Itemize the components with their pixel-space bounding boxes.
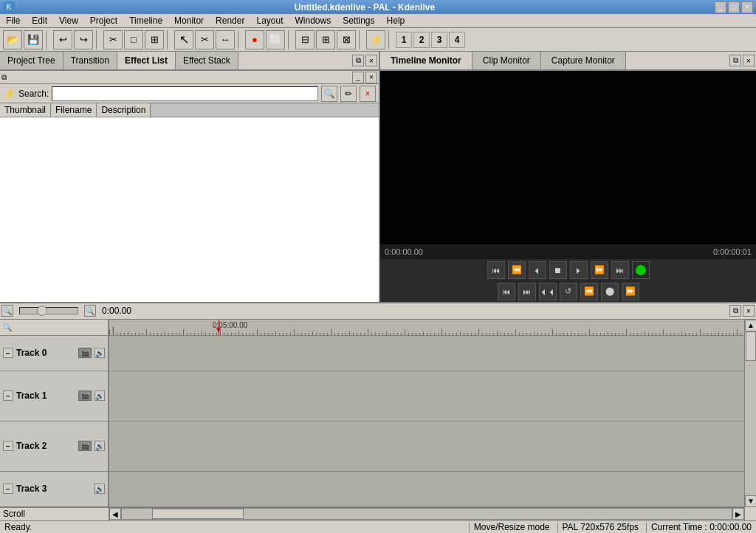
panel-close-button[interactable]: ×: [365, 55, 377, 66]
monitor-float-button[interactable]: ⧉: [729, 55, 741, 66]
effect-search-bar: ⚡ Search: 🔍 ✏ ×: [0, 84, 379, 103]
track-lane-0[interactable]: [109, 336, 744, 371]
layout-num-2[interactable]: 2: [413, 32, 430, 48]
search-input[interactable]: [52, 86, 318, 101]
scroll-up-button[interactable]: ▲: [745, 320, 756, 331]
step-back-button[interactable]: ⏴: [529, 261, 546, 279]
track-1-minus-button[interactable]: −: [3, 391, 13, 401]
tab-project-tree[interactable]: Project Tree: [0, 52, 63, 69]
tab-transition[interactable]: Transition: [63, 52, 117, 69]
track-lane-3[interactable]: [109, 472, 744, 507]
stop-button[interactable]: ⬜: [266, 30, 285, 49]
col-description[interactable]: Description: [97, 103, 151, 117]
menu-project[interactable]: Project: [84, 14, 123, 27]
track-lane-1[interactable]: [109, 371, 744, 422]
next-key-button[interactable]: ⏩: [622, 283, 639, 300]
menu-layout[interactable]: Layout: [250, 14, 289, 27]
tab-clip-monitor[interactable]: Clip Monitor: [472, 52, 541, 69]
scroll-right-button[interactable]: ▶: [732, 508, 744, 520]
vertical-scroll-thumb[interactable]: [746, 331, 756, 361]
horizontal-scroll-thumb[interactable]: [152, 509, 244, 519]
col-thumbnail[interactable]: Thumbnail: [0, 103, 51, 117]
panel-float-button[interactable]: ⧉: [352, 55, 364, 66]
prev-frame-button[interactable]: ⏴⏴: [539, 283, 557, 300]
menu-file[interactable]: File: [0, 14, 26, 27]
scroll-down-button[interactable]: ▼: [745, 495, 756, 507]
track-2-minus-button[interactable]: −: [3, 441, 13, 451]
layout-2[interactable]: ⊞: [316, 30, 335, 49]
prev-key-button[interactable]: ⏪: [580, 283, 598, 300]
tab-timeline-monitor[interactable]: Timeline Monitor: [380, 52, 472, 69]
menu-windows[interactable]: Windows: [289, 14, 337, 27]
menu-help[interactable]: Help: [381, 14, 411, 27]
track-0-minus-button[interactable]: −: [3, 348, 13, 358]
track-lane-2[interactable]: [109, 422, 744, 472]
vertical-scroll-track[interactable]: [745, 331, 756, 495]
horizontal-scroll-track[interactable]: [121, 508, 732, 520]
scroll-left-button[interactable]: ◀: [109, 508, 121, 520]
edit-button[interactable]: ✏: [340, 86, 357, 102]
subpanel-minimize-button[interactable]: _: [352, 72, 364, 83]
undo-button[interactable]: ↩: [53, 30, 72, 49]
layout-num-3[interactable]: 3: [431, 32, 447, 48]
menu-edit[interactable]: Edit: [26, 14, 53, 27]
timeline-ruler[interactable]: | 0:05:00.00 ▼: [109, 320, 744, 336]
layout-1[interactable]: ⊟: [295, 30, 315, 49]
go-to-start-button[interactable]: ⏮: [487, 261, 505, 279]
rewind-button[interactable]: ⏪: [508, 261, 526, 279]
go-to-in-button[interactable]: ⏮: [498, 283, 515, 300]
menu-render[interactable]: Render: [210, 14, 250, 27]
menu-view[interactable]: View: [53, 14, 84, 27]
col-filename[interactable]: Filename: [51, 103, 97, 117]
menu-monitor[interactable]: Monitor: [168, 14, 210, 27]
spacer-tool[interactable]: ↔: [216, 30, 235, 49]
search-button[interactable]: 🔍: [321, 86, 337, 102]
layout-num-1[interactable]: 1: [396, 32, 412, 48]
clear-button[interactable]: ×: [360, 86, 376, 102]
paste-button[interactable]: ⊞: [145, 30, 164, 49]
toolbar-separator-7: [388, 30, 393, 49]
loop-button[interactable]: ↺: [560, 283, 577, 300]
tab-capture-monitor[interactable]: Capture Monitor: [541, 52, 626, 69]
redo-button[interactable]: ↪: [74, 30, 93, 49]
maximize-button[interactable]: □: [728, 1, 740, 13]
timeline-float-button[interactable]: ⧉: [729, 305, 741, 317]
close-button[interactable]: ×: [741, 1, 753, 13]
fast-forward-button[interactable]: ⏩: [591, 261, 608, 279]
track-3-mute-button[interactable]: 🔊: [94, 484, 105, 494]
open-button[interactable]: 📂: [3, 30, 22, 49]
timeline-header-left: 🔍 🔍 0:00.00: [1, 305, 131, 317]
record-button[interactable]: ●: [245, 30, 264, 49]
timeline-section: 🔍 🔍 0:00.00 ⧉ × 🔍: [0, 302, 756, 520]
play-button[interactable]: ⏵: [570, 261, 588, 279]
timeline-close-button[interactable]: ×: [743, 305, 755, 317]
go-to-end-button[interactable]: ⏭: [611, 261, 629, 279]
track-1-mute-button[interactable]: 🔊: [94, 391, 105, 401]
razor-tool[interactable]: ✂: [195, 30, 214, 49]
layout-num-4[interactable]: 4: [449, 32, 465, 48]
zoom-thumb[interactable]: [37, 306, 47, 316]
menu-timeline[interactable]: Timeline: [123, 14, 168, 27]
menu-settings[interactable]: Settings: [337, 14, 380, 27]
tab-effect-list[interactable]: Effect List: [117, 52, 176, 69]
track-2-mute-button[interactable]: 🔊: [94, 441, 105, 451]
zoom-slider[interactable]: [19, 307, 78, 314]
minimize-button[interactable]: _: [715, 1, 726, 13]
tab-effect-stack[interactable]: Effect Stack: [176, 52, 238, 69]
layout-3[interactable]: ⊠: [337, 30, 356, 49]
cut-button[interactable]: ✂: [103, 30, 123, 49]
effect-toggle[interactable]: ⚡: [366, 30, 385, 49]
stop-button[interactable]: ⏹: [549, 261, 567, 279]
zoom-in-button[interactable]: 🔍: [84, 305, 96, 317]
go-to-out-button[interactable]: ⏭: [518, 283, 536, 300]
save-button[interactable]: 💾: [24, 30, 43, 49]
monitor-close-button[interactable]: ×: [743, 55, 755, 66]
track-3-minus-button[interactable]: −: [3, 484, 13, 494]
copy-button[interactable]: □: [124, 30, 143, 49]
pointer-tool[interactable]: ↖: [174, 30, 193, 49]
add-keyframe-button[interactable]: ⬤: [601, 283, 619, 300]
toolbar-separator-1: [46, 30, 50, 49]
track-0-mute-button[interactable]: 🔊: [94, 348, 105, 358]
zoom-out-button[interactable]: 🔍: [1, 305, 13, 317]
subpanel-close-button[interactable]: ×: [365, 72, 377, 83]
